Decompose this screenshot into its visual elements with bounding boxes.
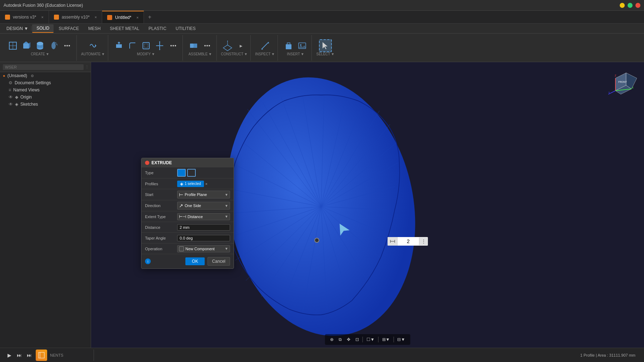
create-label[interactable]: CREATE ▼ (31, 52, 49, 56)
svg-marker-4 (23, 41, 29, 44)
distance-input-more-button[interactable]: ⋮ (419, 237, 428, 245)
modify-move-button[interactable] (153, 39, 166, 52)
inspect-label[interactable]: INSPECT ▼ (255, 52, 275, 56)
extent-type-label: Extent Type (145, 215, 177, 219)
dialog-row-type: Type (141, 167, 234, 179)
insert-mcad-button[interactable] (282, 39, 295, 52)
svg-rect-16 (144, 44, 148, 47)
tab-assembly-close[interactable]: × (95, 15, 97, 19)
play-button[interactable]: ▶ (6, 352, 13, 359)
toolbar-tab-surface[interactable]: SURFACE (54, 25, 83, 32)
vc-zoom-fit-button[interactable]: ⊡ (353, 336, 361, 343)
dialog-info-button[interactable]: i (145, 258, 151, 264)
distance-input-field[interactable]: 2 (398, 237, 419, 246)
vc-sep2 (378, 337, 379, 342)
main-layout: ⋮ ● (Unsaved) ⚙ ⚙ Document Settings ≡ Na… (0, 62, 644, 348)
operation-dropdown-arrow: ▼ (225, 247, 228, 251)
minimize-button[interactable] (620, 3, 625, 8)
maximize-button[interactable] (628, 3, 633, 8)
ok-button[interactable]: OK (185, 257, 204, 265)
svg-marker-13 (95, 44, 96, 47)
modify-press-pull-button[interactable] (113, 39, 125, 52)
toolbar-tab-plastic[interactable]: PLASTIC (144, 25, 171, 32)
start-dropdown[interactable]: ⊢ Profile Plane ▼ (177, 191, 230, 198)
assemble-label[interactable]: ASSEMBLE ▼ (189, 52, 212, 56)
create-extrude-button[interactable] (34, 39, 46, 52)
vc-display-mode-button[interactable]: ☐▼ (364, 336, 377, 343)
assemble-more-button[interactable] (201, 39, 214, 52)
construct-label[interactable]: CONSTRUCT ▼ (221, 52, 248, 56)
direction-select[interactable]: ↗ One Side ▼ (177, 202, 230, 210)
select-label[interactable]: SELECT ▼ (316, 52, 334, 56)
panel-resize-handle[interactable]: ⋮ (85, 65, 88, 69)
vc-grid-origin-button[interactable]: ⊕ (328, 336, 336, 343)
vc-grid-button[interactable]: ⊞▼ (380, 336, 392, 343)
assemble-buttons (187, 39, 214, 52)
inspect-measure-button[interactable] (259, 39, 271, 52)
taper-angle-field[interactable] (177, 235, 230, 241)
toolbar-tab-mesh[interactable]: MESH (84, 25, 105, 32)
automate-label[interactable]: AUTOMATE ▼ (81, 52, 105, 56)
vc-layout-button[interactable]: ⊟▼ (395, 336, 407, 343)
cancel-button[interactable]: Cancel (208, 257, 230, 266)
close-button[interactable] (635, 3, 640, 8)
tab-untitled[interactable]: Untitled* × (102, 11, 144, 23)
svg-point-20 (173, 45, 174, 46)
create-solid-button[interactable] (20, 39, 33, 52)
construct-plane-button[interactable] (221, 39, 234, 52)
view-cube[interactable]: FRONT Y X Z (608, 69, 637, 98)
distance-field[interactable] (177, 224, 230, 231)
svg-line-30 (261, 42, 269, 49)
tab-untitled-close[interactable]: × (136, 15, 139, 20)
tree-item-named-views[interactable]: ≡ Named Views (6, 86, 91, 94)
tree-item-unsaved[interactable]: ● (Unsaved) ⚙ (0, 72, 91, 79)
tree-item-origin[interactable]: 👁 ◆ Origin (6, 94, 91, 101)
info-icon-label: i (148, 260, 148, 263)
toolbar-section-create: CREATE ▼ (4, 35, 77, 61)
tab-versions[interactable]: versions v3* × (0, 11, 49, 23)
tab-versions-close[interactable]: × (41, 15, 43, 19)
vc-camera-button[interactable]: ⧉ (336, 336, 344, 343)
profiles-badge-icon: ◈ (180, 181, 183, 186)
profiles-badge[interactable]: ◈ 1 selected (177, 181, 204, 187)
tree-item-sketches[interactable]: 👁 ◈ Sketches (6, 101, 91, 108)
assemble-joint-button[interactable] (187, 39, 200, 52)
operation-dropdown[interactable]: New Component ▼ (177, 245, 230, 252)
insert-image-button[interactable] (296, 39, 309, 52)
toolbar-tab-solid[interactable]: SOLID (32, 24, 54, 33)
modify-shell-button[interactable] (140, 39, 153, 52)
new-tab-button[interactable]: + (144, 11, 155, 23)
create-revolve-button[interactable] (47, 39, 60, 52)
type-solid-icon[interactable] (177, 169, 186, 177)
skip-end-button[interactable]: ⏭ (26, 352, 33, 359)
step-forward-button[interactable]: ⏭ (16, 352, 23, 359)
taper-angle-value-container (177, 235, 230, 241)
tree-item-doc-settings[interactable]: ⚙ Document Settings (6, 79, 91, 86)
type-thin-icon[interactable] (187, 169, 196, 177)
extent-type-dropdown[interactable]: ⊢⊣ Distance ▼ (177, 213, 230, 220)
modify-fillet-button[interactable] (126, 39, 139, 52)
modify-more-button[interactable] (167, 39, 180, 52)
select-button[interactable] (319, 39, 332, 52)
vc-pan-button[interactable]: ✥ (345, 336, 353, 343)
toolbar-tab-sheetmetal[interactable]: SHEET METAL (106, 25, 144, 32)
insert-label[interactable]: INSERT ▼ (287, 52, 304, 56)
operation-select[interactable]: New Component ▼ (177, 245, 230, 252)
viewport[interactable]: 2 ⋮ FRONT Y X Z ⊕ ⧉ ✥ ⊡ (91, 62, 644, 348)
operation-value: New Component (185, 247, 215, 251)
create-more-button[interactable] (61, 39, 74, 52)
doc-settings-icon: ⚙ (9, 80, 13, 85)
modify-label[interactable]: MODIFY ▼ (137, 52, 155, 56)
automate-button[interactable] (86, 39, 99, 52)
design-dropdown[interactable]: DESIGN ▼ (4, 26, 31, 31)
tab-assembly[interactable]: assembly v10* × (49, 11, 102, 23)
create-sketch-button[interactable] (6, 39, 19, 52)
direction-dropdown[interactable]: ↗ One Side ▼ (177, 202, 230, 210)
start-select[interactable]: ⊢ Profile Plane ▼ (177, 191, 230, 198)
svg-rect-22 (190, 44, 194, 48)
extent-type-select[interactable]: ⊢⊣ Distance ▼ (177, 213, 230, 220)
browser-search-input[interactable] (3, 64, 84, 70)
profiles-clear-button[interactable]: × (205, 182, 208, 186)
construct-more-button[interactable]: ▶ (235, 39, 248, 52)
toolbar-tab-utilities[interactable]: UTILITIES (171, 25, 200, 32)
